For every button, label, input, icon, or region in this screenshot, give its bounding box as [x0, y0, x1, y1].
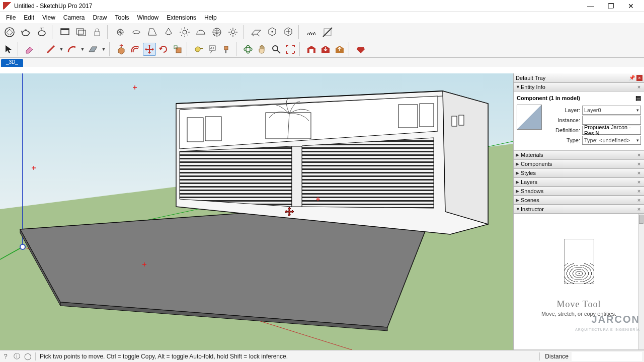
info-icon[interactable]: ⓘ [11, 352, 22, 361]
scene-tabs: _3D_ [0, 58, 644, 67]
watermark-brand: JARCON [592, 314, 640, 325]
clipper-icon[interactable] [320, 25, 335, 40]
minimize-button[interactable]: ― [581, 0, 601, 12]
panel-instructor[interactable]: ▼Instructor× [514, 205, 644, 214]
warehouse-icon[interactable] [305, 43, 318, 56]
panel-layers[interactable]: ▶Layers× [514, 177, 644, 187]
svg-point-35 [272, 31, 273, 33]
menu-view[interactable]: View [38, 13, 59, 22]
zoom-tool-icon[interactable] [270, 43, 283, 56]
svg-point-3 [38, 31, 45, 36]
entity-menu-icon[interactable]: ▤ [635, 95, 641, 102]
panel-components[interactable]: ▶Components× [514, 159, 644, 168]
distance-label: Distance [542, 353, 572, 360]
panel-materials[interactable]: ▶Materials× [514, 150, 644, 159]
orbit-tool-icon[interactable] [242, 43, 255, 56]
ruby-icon[interactable] [354, 43, 367, 56]
material-swatch[interactable] [517, 105, 542, 130]
pan-tool-icon[interactable] [256, 43, 269, 56]
panel-shadows[interactable]: ▶Shadows× [514, 187, 644, 196]
paint-tool-icon[interactable] [220, 43, 233, 56]
close-button[interactable]: ✕ [621, 0, 641, 12]
rt-render-icon[interactable]: RT [34, 25, 49, 40]
svg-line-30 [235, 34, 236, 36]
panel-scenes[interactable]: ▶Scenes× [514, 196, 644, 205]
viewport-3d[interactable] [0, 73, 513, 350]
maximize-button[interactable]: ❐ [601, 0, 621, 12]
svg-rect-73 [292, 146, 302, 207]
rectangle-tool-icon[interactable] [87, 43, 100, 56]
pin-icon[interactable]: 📌 [629, 75, 635, 80]
scale-tool-icon[interactable] [171, 43, 184, 56]
tray-header[interactable]: Default Tray 📌 × [514, 73, 644, 82]
app-icon [3, 2, 11, 10]
arc-tool-icon[interactable] [65, 43, 78, 56]
ies-light-icon[interactable] [161, 25, 176, 40]
frame-buffer-icon[interactable] [73, 25, 89, 40]
svg-rect-8 [78, 30, 86, 36]
watermark-tagline: ARQUITECTURA E INGENIERÍA [575, 328, 640, 331]
panel-styles[interactable]: ▶Styles× [514, 168, 644, 177]
arc-dropdown[interactable]: ▼ [79, 47, 86, 52]
tray-close-icon[interactable]: × [636, 75, 642, 81]
svg-rect-65 [187, 118, 203, 142]
sun-icon[interactable] [177, 25, 192, 40]
menu-draw[interactable]: Draw [89, 13, 111, 22]
instance-field[interactable] [582, 116, 641, 125]
svg-rect-9 [95, 32, 100, 36]
viewport-render-icon[interactable] [57, 25, 72, 40]
teapot-icon[interactable] [18, 25, 33, 40]
tape-tool-icon[interactable] [192, 43, 205, 56]
plane-light-icon[interactable] [129, 25, 144, 40]
rotate-tool-icon[interactable] [157, 43, 170, 56]
spot-light-icon[interactable] [145, 25, 160, 40]
menu-edit[interactable]: Edit [20, 13, 38, 22]
definition-field[interactable]: Propuesta Jarcon - Res N [582, 126, 641, 135]
menu-help[interactable]: Help [200, 13, 221, 22]
text-tool-icon[interactable]: A1 [206, 43, 219, 56]
svg-marker-61 [443, 91, 488, 224]
svg-point-24 [231, 31, 234, 34]
type-select[interactable]: Type: <undefined> [582, 136, 641, 145]
line-dropdown[interactable]: ▼ [58, 47, 64, 52]
infinite-plane-icon[interactable] [249, 25, 264, 40]
distance-field[interactable] [572, 352, 642, 361]
sphere-light-icon[interactable] [113, 25, 128, 40]
move-tool-icon[interactable] [143, 43, 156, 56]
dome-light-icon[interactable] [193, 25, 208, 40]
svg-point-40 [195, 47, 200, 52]
offset-tool-icon[interactable] [129, 43, 142, 56]
person-icon[interactable]: ◯ [22, 352, 33, 360]
warehouse-get-icon[interactable] [319, 43, 332, 56]
select-tool-icon[interactable] [2, 43, 15, 56]
vray-render-icon[interactable] [2, 25, 17, 40]
menu-file[interactable]: File [2, 13, 20, 22]
zoom-extents-icon[interactable] [284, 43, 297, 56]
layer-select[interactable]: Layer0 [582, 106, 641, 115]
svg-line-20 [187, 29, 188, 30]
proxy-import-icon[interactable] [281, 25, 296, 40]
panel-close-icon[interactable]: × [636, 84, 642, 90]
panel-entity-info[interactable]: ▼ Entity Info × [514, 82, 644, 92]
menu-tools[interactable]: Tools [111, 13, 133, 22]
viewport-container [0, 73, 513, 350]
line-tool-icon[interactable] [44, 43, 57, 56]
svg-rect-75 [459, 115, 464, 125]
titlebar: Untitled - SketchUp Pro 2017 ― ❐ ✕ [0, 0, 644, 12]
proxy-export-icon[interactable] [265, 25, 280, 40]
fur-icon[interactable] [304, 25, 319, 40]
eraser-tool-icon[interactable] [23, 43, 36, 56]
scene-tab-3d[interactable]: _3D_ [1, 59, 23, 67]
shape-dropdown[interactable]: ▼ [101, 47, 107, 52]
mesh-light-icon[interactable] [209, 25, 224, 40]
svg-rect-68 [398, 105, 418, 128]
menu-extensions[interactable]: Extensions [163, 13, 200, 22]
lock-icon[interactable] [90, 25, 105, 40]
menu-camera[interactable]: Camera [59, 13, 89, 22]
help-icon[interactable]: ? [0, 352, 11, 360]
svg-line-18 [181, 29, 182, 30]
warehouse-share-icon[interactable] [333, 43, 346, 56]
pushpull-tool-icon[interactable] [115, 43, 128, 56]
omni-light-icon[interactable] [225, 25, 240, 40]
menu-window[interactable]: Window [133, 13, 163, 22]
